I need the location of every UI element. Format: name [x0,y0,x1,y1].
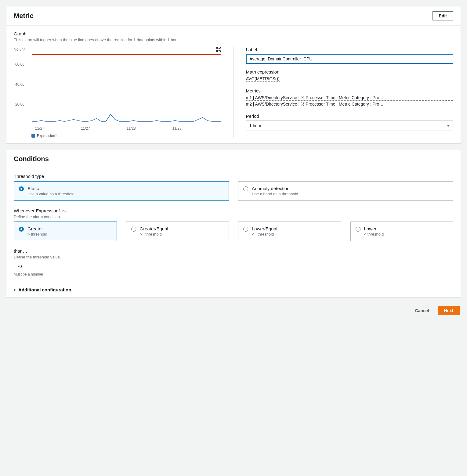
radio-icon [131,227,136,232]
radio-icon [243,227,248,232]
y-label-20: 20.00 [15,102,24,106]
next-button[interactable]: Next [438,306,460,315]
x-tick: 11/28 [127,126,136,131]
chart-plot: 60.00 40.00 20.00 [32,54,221,124]
tile-subtitle: Use a band as a threshold [252,192,298,196]
metric-item: m1 | AWS/DirectoryService | % Processor … [246,95,454,101]
period-group: Period 1 hour [246,114,454,131]
threshold-hint: Must be a number [14,272,453,276]
chart-legend: Expression1 [31,134,221,138]
whenever-desc: Define the alarm condition. [14,215,453,219]
conditions-header: Conditions [6,150,461,168]
tile-subtitle: Use a value as a threshold [27,192,74,196]
tile-title: Static [27,186,74,191]
tile-subtitle: < threshold [364,232,384,236]
settings-column: Label Math expression AVG(METRICS()) Met… [246,47,454,138]
whenever-label: Whenever Expression1 is... [14,208,453,213]
metrics-group: Metrics m1 | AWS/DirectoryService | % Pr… [246,88,454,108]
tile-subtitle: > threshold [27,232,47,236]
graph-label: Graph [14,31,453,36]
metric-item: m2 | AWS/DirectoryService | % Processor … [246,102,454,107]
chevron-down-icon [447,125,450,127]
chart-unit-label: No unit [14,47,25,52]
expand-icon[interactable] [216,47,221,52]
radio-icon [19,227,24,232]
tile-subtitle: >= threshold [140,232,168,236]
period-label: Period [246,114,454,119]
radio-icon [243,186,248,191]
comparison-lower[interactable]: Lower < threshold [350,222,454,241]
additional-configuration-label: Additional configuration [18,287,71,292]
tile-title: Lower [364,226,384,231]
x-tick: 11/28 [172,126,182,131]
threshold-value-input[interactable] [14,262,87,271]
vertical-divider [234,47,234,138]
than-desc: Define the threshold value. [14,255,453,259]
threshold-type-tiles: Static Use a value as a threshold Anomal… [14,181,453,201]
conditions-title: Conditions [14,155,49,163]
comparison-greater-equal[interactable]: Greater/Equal >= threshold [126,222,229,241]
y-label-60: 60.00 [15,62,24,67]
legend-label: Expression1 [37,134,57,138]
legend-swatch [31,134,35,138]
label-input[interactable] [246,54,454,64]
threshold-type-label: Threshold type [14,174,453,179]
metric-panel-header: Metric Edit [6,6,461,26]
comparison-lower-equal[interactable]: Lower/Equal <= threshold [238,222,341,241]
period-select[interactable]: 1 hour [246,121,454,131]
metric-panel-body: Graph This alarm will trigger when the b… [6,26,461,143]
chart-x-axis: 11/27 11/27 11/28 11/28 [32,126,221,131]
threshold-type-static[interactable]: Static Use a value as a threshold [14,181,229,201]
x-tick: 11/27 [35,126,44,131]
period-value: 1 hour [249,123,262,128]
comparison-greater[interactable]: Greater > threshold [14,222,117,241]
graph-description: This alarm will trigger when the blue li… [14,38,453,42]
expression1-line [32,54,221,124]
chart-area: 60.00 40.00 20.00 11/27 11/27 11/28 11/2… [14,54,221,134]
math-expression-group: Math expression AVG(METRICS()) [246,69,454,83]
footer-actions: Cancel Next [6,304,461,316]
conditions-panel: Conditions Threshold type Static Use a v… [6,150,461,298]
label-field-label: Label [246,47,454,52]
tile-title: Lower/Equal [252,226,277,231]
metric-panel: Metric Edit Graph This alarm will trigge… [6,6,461,144]
metric-title: Metric [14,12,34,20]
math-expression-label: Math expression [246,69,454,74]
chart-column: No unit 60.00 40.00 20.00 [14,47,221,138]
threshold-type-anomaly[interactable]: Anomaly detection Use a band as a thresh… [238,181,453,201]
edit-button[interactable]: Edit [433,11,453,20]
tile-title: Anomaly detection [252,186,298,191]
cancel-button[interactable]: Cancel [409,306,435,315]
radio-icon [19,186,24,191]
label-field-group: Label [246,47,454,64]
tile-title: Greater [27,226,47,231]
chevron-right-icon [14,288,16,291]
conditions-body: Threshold type Static Use a value as a t… [6,168,461,282]
than-label: than… [14,248,453,254]
y-label-40: 40.00 [15,82,24,87]
radio-icon [356,227,360,232]
additional-configuration-toggle[interactable]: Additional configuration [6,282,461,297]
chart-unit-row: No unit [14,47,221,52]
x-tick: 11/27 [81,126,90,131]
tile-title: Greater/Equal [140,226,168,231]
math-expression-value: AVG(METRICS()) [246,76,280,82]
metric-content-row: No unit 60.00 40.00 20.00 [14,47,453,138]
metrics-label: Metrics [246,88,454,93]
tile-subtitle: <= threshold [252,232,277,236]
comparison-tiles: Greater > threshold Greater/Equal >= thr… [14,222,453,241]
